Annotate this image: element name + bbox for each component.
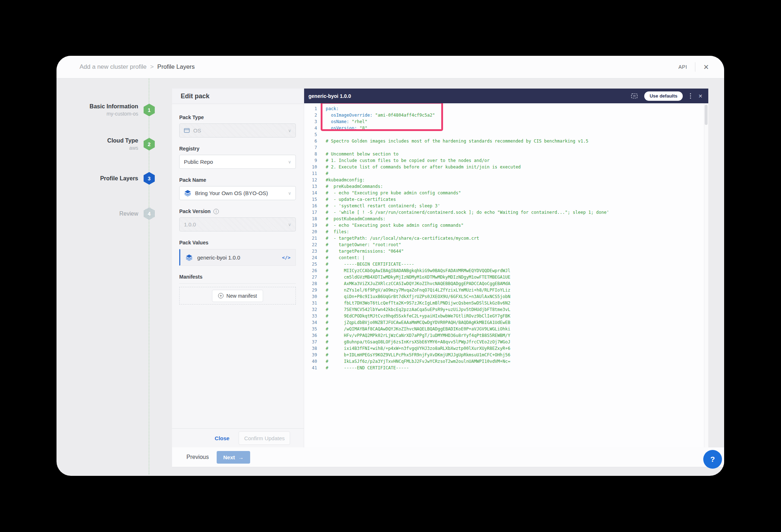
pack-version-select[interactable]: 1.0.0 ∨: [179, 217, 296, 231]
editor-content[interactable]: 1pack:2 osImageOverride: "ami-0f4804aff4…: [304, 103, 708, 447]
chevron-down-icon: ∨: [288, 222, 291, 227]
api-button[interactable]: API: [678, 64, 687, 70]
line-number: 38: [304, 345, 317, 352]
code-line: 2 osImageOverride: "ami-0f4804aff4cf9c5a…: [304, 112, 708, 118]
step-badge: 1: [144, 104, 155, 116]
editor-scrollbar-thumb[interactable]: [705, 105, 708, 125]
close-button[interactable]: Close: [215, 435, 230, 441]
code-line: 24# content: |: [304, 254, 708, 261]
pack-version-label: Pack Version i: [179, 208, 296, 214]
code-line: 3 osName: "rhel": [304, 118, 708, 125]
code-line: 41# -----END CERTIFICATE-----: [304, 365, 708, 371]
line-number: 30: [304, 293, 317, 300]
code-line: 36# HFv/vPPAQ2MPk02rLjWzCaNrXD7aPPgT/1uD…: [304, 332, 708, 339]
line-number: 26: [304, 267, 317, 274]
use-defaults-button[interactable]: Use defaults: [644, 91, 683, 101]
breadcrumb-parent[interactable]: Add a new cluster profile: [80, 63, 146, 71]
code-text: # b+IDLmHPEGsY9KOZ9VLLPcPhx5FR9njFyXvDKm…: [317, 352, 510, 358]
pack-type-value: OS: [193, 127, 201, 134]
code-editor-icon[interactable]: </>: [282, 255, 290, 260]
pack-values-editor: generic-byoi 1.0.0 Use defaults ✕ 1pack:…: [304, 89, 708, 447]
step-text: Basic Informationmy-custom-os: [90, 103, 138, 117]
code-text: #kubeadmconfig:: [317, 177, 365, 183]
confirm-updates-button[interactable]: Confirm Updates: [239, 431, 290, 445]
manifests-label: Manifests: [179, 274, 296, 280]
new-manifest-button[interactable]: + New manifest: [212, 290, 263, 302]
line-number: 16: [304, 203, 317, 209]
close-icon[interactable]: ✕: [703, 64, 709, 71]
editor-close-icon[interactable]: ✕: [698, 94, 703, 99]
stepper-step-cloud-type[interactable]: Cloud Typeaws2: [57, 137, 155, 151]
wizard-footer: Previous Next →: [172, 447, 724, 467]
pack-layers-icon: [185, 254, 193, 261]
pack-values-item[interactable]: generic-byoi 1.0.0 </>: [179, 249, 296, 266]
kebab-menu-icon[interactable]: [689, 93, 692, 99]
breadcrumb-separator: >: [150, 63, 154, 71]
code-text: #: [317, 170, 328, 177]
chevron-down-icon: ∨: [288, 128, 291, 133]
pack-type-select[interactable]: OS ∨: [179, 123, 296, 137]
line-number: 24: [304, 254, 317, 261]
pack-name-label: Pack Name: [179, 177, 296, 183]
editor-actions: Use defaults ✕: [631, 91, 703, 101]
previous-button[interactable]: Previous: [186, 454, 209, 460]
line-number: 13: [304, 183, 317, 190]
code-text: # Spectro Golden images includes most of…: [317, 138, 588, 144]
code-line: 12#kubeadmconfig:: [304, 177, 708, 183]
registry-label: Registry: [179, 146, 296, 152]
line-number: 2: [304, 112, 317, 118]
help-button[interactable]: ?: [703, 450, 722, 469]
stepper-step-review[interactable]: Review4: [57, 207, 155, 220]
step-label: Cloud Type: [107, 137, 138, 144]
info-icon[interactable]: i: [213, 209, 219, 214]
code-line: 21# - targetPath: /usr/local/share/ca-ce…: [304, 235, 708, 242]
pack-version-value: 1.0.0: [184, 221, 196, 227]
registry-select[interactable]: Public Repo ∨: [179, 155, 296, 169]
editor-header: generic-byoi 1.0.0 Use defaults ✕: [304, 89, 708, 103]
line-number: 3: [304, 118, 317, 125]
line-number: 22: [304, 242, 317, 248]
code-line: 35# /wQIMAYBAf8CAQAwDQYJKoZIhvcNAQELBQAD…: [304, 326, 708, 332]
step-sublabel: aws: [107, 145, 138, 151]
code-line: 32# 7SEYNCV542lbYwn42kbcEq2pzzAaCqa5uEPs…: [304, 306, 708, 313]
stepper-step-basic-information[interactable]: Basic Informationmy-custom-os1: [57, 103, 155, 117]
code-text: # jZqpLdbBVjo0NZBTJFUCAwEAAaMmMCQwDgYDVR…: [317, 319, 510, 326]
code-text: # ixi4B3fFNI+wih8/+p4xW+n3fvgqVYHJ3zo8aR…: [317, 345, 510, 352]
expand-editor-icon[interactable]: [631, 93, 638, 99]
code-text: # - echo "Executing post kube admin conf…: [317, 222, 464, 229]
step-text: Profile Layers: [100, 175, 138, 182]
code-text: osVersion: "8": [317, 125, 367, 131]
code-text: [317, 131, 328, 138]
code-text: # qiDn+P8c9I1uxB6UqGrBt7dkXfjrUZPs0JXEOX…: [317, 293, 510, 300]
code-line: 39# b+IDLmHPEGsY9KOZ9VLLPcPhx5FR9njFyXvD…: [304, 352, 708, 358]
code-text: # HFv/vPPAQ2MPk02rLjWzCaNrXD7aPPgT/1uDMY…: [317, 332, 510, 339]
manifests-divider: [179, 283, 296, 284]
line-number: 41: [304, 365, 317, 371]
line-number: 37: [304, 339, 317, 345]
line-number: 17: [304, 209, 317, 216]
line-number: 39: [304, 352, 317, 358]
breadcrumb: Add a new cluster profile > Profile Laye…: [80, 63, 195, 71]
code-text: # - update-ca-certificates: [317, 196, 396, 203]
pack-name-select[interactable]: Bring Your Own OS (BYO-OS) ∨: [179, 186, 296, 200]
stepper-step-profile-layers[interactable]: Profile Layers3: [57, 172, 155, 185]
step-label: Basic Information: [90, 103, 138, 110]
line-number: 4: [304, 125, 317, 131]
line-number: 34: [304, 319, 317, 326]
line-number: 7: [304, 144, 317, 151]
step-badge: 3: [144, 172, 155, 185]
code-text: # targetOwner: "root:root": [317, 242, 401, 248]
line-number: 9: [304, 157, 317, 164]
arrow-right-icon: →: [238, 454, 244, 460]
code-line: 23# targetPermissions: "0644": [304, 248, 708, 254]
code-line: 9# 1. Include custom files to be copied …: [304, 157, 708, 164]
pack-layers-icon: [184, 190, 191, 197]
next-button[interactable]: Next →: [217, 451, 250, 464]
code-text: # - 'while [ ! -S /var/run/containerd/co…: [317, 209, 609, 216]
code-line: 28# AxMKa3ViZXJuZXRlczCCASIwDQYJKoZIhvcN…: [304, 280, 708, 287]
code-text: pack:: [317, 105, 339, 112]
code-text: # Uncomment below section to: [317, 151, 398, 157]
code-text: # 2. Execute list of commands before or …: [317, 164, 521, 170]
code-line: 1pack:: [304, 105, 708, 112]
code-text: osImageOverride: "ami-0f4804aff4cf9c5a2": [317, 112, 435, 118]
